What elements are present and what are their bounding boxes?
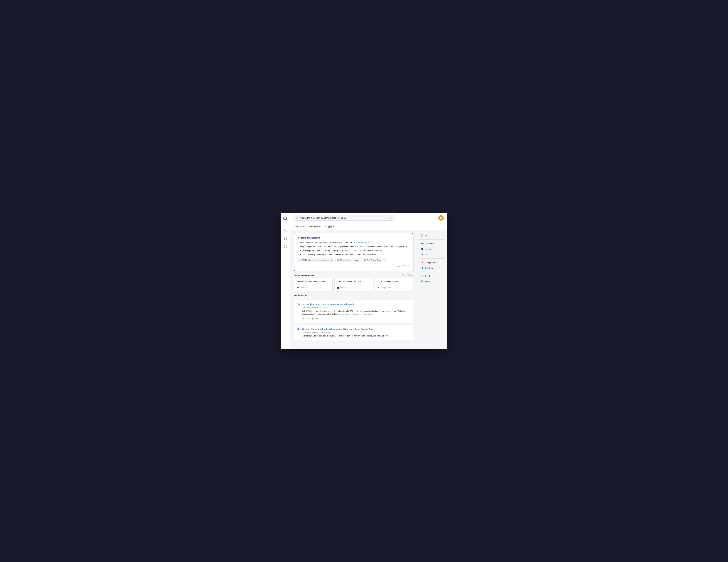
chevron-down-icon xyxy=(318,226,320,227)
recommend-cards: 2024 Project zero marketing plan Conflue… xyxy=(294,278,413,291)
gmail-filter-icon xyxy=(421,275,424,277)
thumbs-down-icon xyxy=(402,265,405,267)
result-thumbs-up[interactable] xyxy=(302,317,305,321)
filter-types[interactable]: All types xyxy=(324,225,336,228)
recommend-card-gdrive[interactable]: 2Q24 Marketing actions xyxy=(375,278,413,291)
search-input[interactable] xyxy=(300,217,389,219)
result-title-link[interactable]: Zero Project Launch Marketing Plan - Sha… xyxy=(302,303,354,306)
assistant-doc-link[interactable]: this document xyxy=(353,241,366,243)
svg-rect-37 xyxy=(421,282,422,282)
confluence-source-icon xyxy=(297,286,299,289)
filter-people[interactable]: Everyone xyxy=(308,225,322,228)
search-results-header: Search results xyxy=(294,294,413,299)
recommend-card-notion[interactable]: Introduce Project Zero v1.0 Notion xyxy=(334,278,373,291)
filter-item-notion[interactable]: Notion xyxy=(420,247,445,251)
notion-filter-icon xyxy=(421,248,424,250)
sidebar-nav xyxy=(283,228,288,249)
assistant-list: Regularly publish content for product br… xyxy=(297,245,410,256)
gdoc2-icon xyxy=(364,259,366,261)
confluence-filter-icon xyxy=(421,242,424,245)
jira-result-icon xyxy=(296,327,300,331)
onedrive-filter-icon xyxy=(421,267,424,269)
search-bar[interactable] xyxy=(294,215,394,221)
recommends-title: Recommends results xyxy=(294,274,314,276)
result-title-link[interactable]: [Content Marketing] Publish Development … xyxy=(302,328,373,330)
svg-rect-23 xyxy=(338,287,338,288)
result-thumbs-down[interactable] xyxy=(306,317,310,321)
source-chip-confluence[interactable]: 2024 Project zero marketing plan 1 xyxy=(297,258,334,262)
copy-icon xyxy=(407,265,409,267)
thumbs-up-button[interactable] xyxy=(397,264,400,268)
search-results-title: Search results xyxy=(294,294,308,297)
results-area: Refinder Assistant The marketing plan fo… xyxy=(290,230,417,349)
list-item: Continuously expand target and new marke… xyxy=(300,253,410,256)
svg-rect-27 xyxy=(317,319,318,320)
source-chip-label: 2024 Project zero marketing plan xyxy=(302,259,329,261)
recommend-card-source: Google Drive xyxy=(377,286,411,289)
result-title-row: [Content Marketing] Publish Development … xyxy=(296,327,411,331)
recommends-section: Recommends results See +12 more 2024 Pro… xyxy=(294,274,413,291)
svg-point-2 xyxy=(284,218,284,219)
user-avatar[interactable]: K xyxy=(438,215,444,221)
svg-rect-24 xyxy=(338,288,339,288)
content-area: Refinder Assistant The marketing plan fo… xyxy=(290,230,447,349)
filter-item-gmail[interactable]: Gmail xyxy=(420,274,445,278)
svg-point-10 xyxy=(296,217,298,219)
thumbs-down-button[interactable] xyxy=(402,264,405,268)
svg-rect-7 xyxy=(284,239,285,240)
gdoc-icon xyxy=(337,259,339,261)
filter-item-gdrive[interactable]: Google Drive xyxy=(420,260,445,265)
sidebar-settings-icon[interactable] xyxy=(283,244,288,249)
filter-item-jira[interactable]: Jira xyxy=(420,252,445,257)
assistant-actions xyxy=(297,264,410,268)
right-panel: All Confluence xyxy=(417,230,447,349)
search-clear-button[interactable] xyxy=(390,217,392,219)
link-icon xyxy=(312,318,314,320)
list-item: Bi-weekly performance advertising campai… xyxy=(300,249,410,252)
recommend-card-title: 2Q24 Marketing actions xyxy=(377,281,411,283)
svg-rect-30 xyxy=(423,235,423,235)
gmail-result-icon xyxy=(296,303,300,306)
recommends-header: Recommends results See +12 more xyxy=(294,274,413,276)
source-chip-label: Zero Project Roadmap xyxy=(367,259,385,261)
ref-badge: 1 xyxy=(368,241,370,244)
result-meta: noah.clark@refinder.ai • Jun 20, 2024 xyxy=(302,307,411,309)
copy-button[interactable] xyxy=(406,264,410,268)
thumbs-down-icon xyxy=(307,318,309,320)
chevron-down-icon xyxy=(303,226,305,227)
filter-item-onedrive[interactable]: OneDrive xyxy=(420,266,445,270)
svg-rect-31 xyxy=(421,236,422,236)
svg-rect-39 xyxy=(423,280,423,281)
svg-line-4 xyxy=(286,231,287,232)
filter-item-confluence[interactable]: Confluence xyxy=(420,241,445,246)
list-item: Regularly publish content for product br… xyxy=(300,245,410,248)
notion-source-icon xyxy=(337,286,339,289)
svg-line-1 xyxy=(286,219,287,220)
svg-rect-40 xyxy=(422,281,423,282)
source-chips: 2024 Project zero marketing plan 1 xyxy=(297,258,410,262)
filter-item-all[interactable]: All xyxy=(420,233,445,238)
svg-point-9 xyxy=(285,246,286,247)
svg-rect-5 xyxy=(284,237,285,238)
sidebar-search-icon[interactable] xyxy=(283,228,288,233)
result-excerpt: Digital Marketing: We'll leverage target… xyxy=(302,310,411,316)
source-chip-gdoc[interactable]: 2Q24 Marketing actions xyxy=(335,258,361,262)
result-copy[interactable] xyxy=(316,317,319,321)
recommend-card-source: Notion xyxy=(337,286,371,289)
filter-item-slack[interactable]: Slack xyxy=(420,279,445,284)
sidebar-grid-icon[interactable] xyxy=(283,236,288,241)
filter-time[interactable]: All times xyxy=(294,225,307,228)
confluence-icon xyxy=(299,259,301,261)
source-chip-gdoc2[interactable]: Zero Project Roadmap xyxy=(362,258,387,262)
see-more-link[interactable]: See +12 more xyxy=(402,274,413,276)
app-logo[interactable] xyxy=(283,216,288,222)
sidebar xyxy=(281,213,290,349)
result-link[interactable] xyxy=(311,317,314,321)
recommend-card-confluence[interactable]: 2024 Project zero marketing plan Conflue… xyxy=(294,278,333,291)
result-meta: Project Zero / ZERO-24 • May 7, 2024 xyxy=(302,331,411,333)
filter-divider xyxy=(420,239,445,240)
thumbs-up-icon xyxy=(397,265,400,267)
filter-divider xyxy=(420,258,445,259)
thumbs-up-icon xyxy=(302,318,304,320)
assistant-body: The marketing plan for Project Zero can … xyxy=(297,241,410,256)
